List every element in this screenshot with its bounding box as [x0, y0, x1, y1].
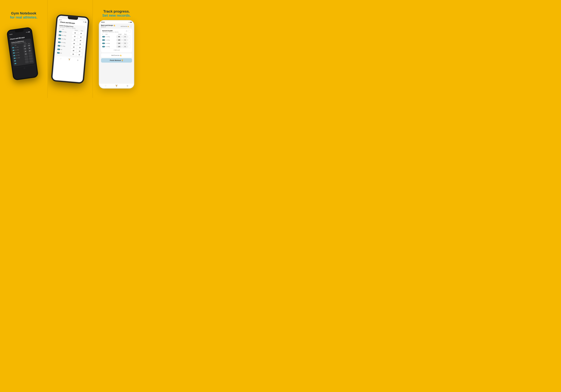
right-three-dots-icon[interactable]: ⋮ [130, 25, 132, 28]
dark-phone-mockup: 09:28 ▪▪▪ ▸ ▮▮ ‹ Chest and Biceps Inclin… [6, 22, 42, 88]
right-timer-icon[interactable]: ⏱ [126, 30, 128, 32]
right-workout-title: Back and biceps 💪 [101, 24, 115, 26]
left-title-line2: for real athletes. [10, 15, 37, 19]
right-phone: 09:30 ▪▪ ▸ ▮▮▮ Back and biceps 💪 00:01:4… [99, 20, 134, 89]
right-bottom-nav: ♡ 🏋 ⚙ [99, 84, 134, 88]
center-time: 09:27 [59, 19, 62, 21]
right-set-row-1: #1 5 x 100kg 90 5 [102, 35, 131, 38]
left-panel: Gym Notebook for real athletes. 09:28 ▪▪… [0, 0, 47, 98]
right-set-check-4[interactable] [128, 45, 131, 48]
right-add-exercise-header[interactable]: Add Exercise 💪 [120, 26, 129, 27]
right-settings-icon[interactable]: ⚙ [127, 85, 128, 87]
center-settings-icon[interactable]: ⚙ [77, 59, 79, 61]
left-title-line1: Gym Notebook [10, 11, 37, 15]
right-signal: ▪▪ ▸ ▮▮▮ [129, 22, 132, 23]
right-screen: Back and biceps 💪 00:01:47 Add Exercise … [99, 23, 134, 86]
right-workout-header: Back and biceps 💪 00:01:47 Add Exercise … [101, 23, 132, 29]
center-dumbbell-icon[interactable]: 🏋 [68, 58, 70, 61]
right-status-bar: 09:30 ▪▪ ▸ ▮▮▮ [99, 21, 134, 23]
center-back-arrow[interactable]: ‹ [59, 21, 59, 23]
right-time: 09:30 [101, 22, 105, 23]
dark-phone: 09:28 ▪▪▪ ▸ ▮▮ ‹ Chest and Biceps Inclin… [6, 27, 39, 81]
right-ex-volume: Total volume: 2050.00 (vs. 2500.00) [102, 32, 119, 33]
right-set-row-2: #2 5 x 100kg 100 5 [102, 39, 131, 41]
right-ex-header: Barbell Deadlift Total volume: 2050.00 (… [102, 30, 131, 33]
right-set-header: # Last Weight Reps [102, 34, 131, 35]
dark-exercise-card: Incline Dumbbell Press Total volume: 142… [10, 38, 34, 66]
center-phone: 09:27 ▪▪ ▸ ▮▮ ‹ Chest and Biceps Incline… [51, 14, 89, 84]
right-finish-workout-btn[interactable]: Finish Workout 🏆 [101, 58, 132, 63]
center-signal: ▪▪ ▸ ▮▮ [83, 21, 86, 23]
right-exercise-card: Barbell Deadlift Total volume: 2050.00 (… [101, 29, 132, 52]
right-heart-icon[interactable]: ♡ [105, 85, 107, 87]
right-panel-title: Track progress. Set new records. [102, 9, 131, 18]
right-set-check-3[interactable] [128, 42, 131, 44]
right-title-line2: Set new records. [102, 13, 131, 18]
center-phone-wrap: 09:27 ▪▪ ▸ ▮▮ ‹ Chest and Biceps Incline… [49, 11, 92, 87]
center-exercise-card: Incline Dumbbell Press Total volume: 142… [56, 24, 86, 58]
right-set-check-2[interactable] [128, 39, 131, 41]
center-screen: 09:27 ▪▪ ▸ ▮▮ ‹ Chest and Biceps Incline… [53, 18, 87, 82]
center-panel: 09:27 ▪▪ ▸ ▮▮ ‹ Chest and Biceps Incline… [48, 0, 93, 98]
center-heart-icon[interactable]: ♡ [60, 58, 62, 60]
right-workout-timer: 00:01:47 [101, 26, 115, 28]
right-check-icon[interactable] [128, 30, 131, 33]
right-ex-title: Barbell Deadlift [102, 30, 119, 32]
dark-screen-content: ‹ Chest and Biceps Incline Dumbbell Pres… [8, 32, 36, 68]
right-title-line1: Track progress. [102, 9, 131, 13]
right-set-row-3: #3 5 x 100kg 110 5 [102, 42, 131, 45]
right-dumbbell-icon[interactable]: 🏋 [115, 85, 118, 87]
right-set-check-1[interactable] [128, 35, 131, 38]
right-panel: Track progress. Set new records. 09:30 ▪… [93, 0, 140, 98]
left-panel-title: Gym Notebook for real athletes. [10, 11, 37, 19]
right-add-exercise-btn[interactable]: Add Exercise 💪 [101, 53, 132, 57]
right-set-row-4: #4 5 x 100kg 110 5 [102, 45, 131, 48]
right-add-set[interactable]: + Add a set [102, 48, 131, 52]
dark-heart-icon[interactable]: ♡ [23, 67, 25, 69]
